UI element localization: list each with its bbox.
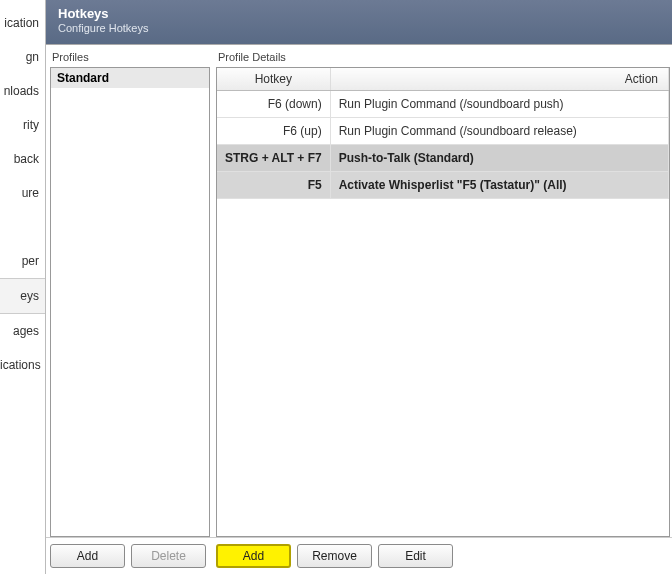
details-edit-button[interactable]: Edit (378, 544, 453, 568)
sidebar-item[interactable]: gn (0, 40, 45, 74)
settings-sidebar: icationgnnloadsritybackure pereysagesica… (0, 0, 46, 574)
table-row[interactable]: F5Activate Whisperlist "F5 (Tastatur)" (… (217, 172, 669, 199)
sidebar-item[interactable]: nloads (0, 74, 45, 108)
details-add-button[interactable]: Add (216, 544, 291, 568)
sidebar-item[interactable]: per (0, 244, 45, 278)
profiles-add-button[interactable]: Add (50, 544, 125, 568)
sidebar-item[interactable]: ication (0, 6, 45, 40)
profiles-label: Profiles (50, 49, 210, 67)
action-cell: Run Plugin Command (/soundboard release) (330, 118, 668, 145)
sidebar-item[interactable]: eys (0, 278, 45, 314)
header-subtitle: Configure Hotkeys (58, 22, 660, 34)
header: Hotkeys Configure Hotkeys (46, 0, 672, 45)
sidebar-item[interactable]: ure (0, 176, 45, 210)
column-header-hotkey[interactable]: Hotkey (217, 68, 330, 91)
main-panel: Hotkeys Configure Hotkeys Profiles Stand… (46, 0, 672, 574)
details-remove-button[interactable]: Remove (297, 544, 372, 568)
table-header-row: Hotkey Action (217, 68, 669, 91)
hotkey-cell: F5 (217, 172, 330, 199)
table-row[interactable]: STRG + ALT + F7Push-to-Talk (Standard) (217, 145, 669, 172)
header-title: Hotkeys (58, 6, 660, 21)
hotkey-cell: F6 (up) (217, 118, 330, 145)
table-row[interactable]: F6 (up)Run Plugin Command (/soundboard r… (217, 118, 669, 145)
action-cell: Push-to-Talk (Standard) (330, 145, 668, 172)
sidebar-item[interactable]: back (0, 142, 45, 176)
profile-details-label: Profile Details (216, 49, 670, 67)
bottom-toolbar: Add Delete Add Remove Edit (46, 537, 672, 574)
profile-item[interactable]: Standard (51, 68, 209, 88)
profiles-delete-button[interactable]: Delete (131, 544, 206, 568)
action-cell: Activate Whisperlist "F5 (Tastatur)" (Al… (330, 172, 668, 199)
profile-details-panel: Profile Details Hotkey Action F6 (down)R… (216, 49, 670, 537)
column-header-action[interactable]: Action (330, 68, 668, 91)
profiles-list[interactable]: Standard (50, 67, 210, 537)
action-cell: Run Plugin Command (/soundboard push) (330, 91, 668, 118)
table-row[interactable]: F6 (down)Run Plugin Command (/soundboard… (217, 91, 669, 118)
sidebar-item[interactable]: ications (0, 348, 45, 382)
hotkey-table[interactable]: Hotkey Action F6 (down)Run Plugin Comman… (216, 67, 670, 537)
sidebar-item[interactable] (0, 210, 45, 244)
sidebar-item[interactable]: ages (0, 314, 45, 348)
hotkey-cell: STRG + ALT + F7 (217, 145, 330, 172)
profiles-panel: Profiles Standard (50, 49, 210, 537)
hotkey-cell: F6 (down) (217, 91, 330, 118)
sidebar-item[interactable]: rity (0, 108, 45, 142)
